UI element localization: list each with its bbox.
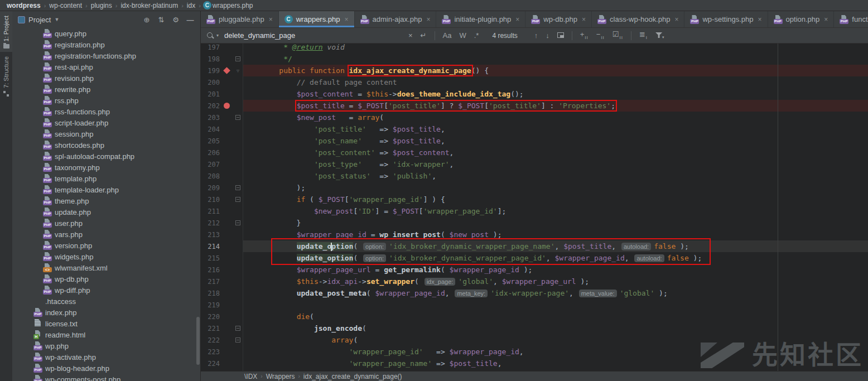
tree-item[interactable]: PHPtemplate-loader.php [12, 184, 201, 195]
code-line[interactable]: 201 $post_content = $this->does_theme_in… [201, 88, 868, 100]
fold-gutter[interactable] [233, 252, 243, 264]
prev-occurrence-icon[interactable]: ↑ [534, 32, 538, 39]
line-number[interactable]: 201 [201, 90, 220, 98]
select-all-occurrences-icon[interactable]: ☑II [613, 31, 623, 40]
open-in-find-window-icon[interactable] [557, 32, 564, 39]
tree-item[interactable]: PHPtemplate.php [12, 173, 201, 184]
code-line[interactable]: 202 $post_title = $_POST['post_title'] ?… [201, 100, 868, 112]
close-tab-icon[interactable]: × [426, 16, 430, 23]
tool-window-button[interactable]: 7: Structure [0, 52, 12, 100]
code-line[interactable]: 205 'post_name' => $post_title, [201, 135, 868, 147]
editor-tab[interactable]: PHPwp-settings.php× [684, 11, 768, 27]
search-input[interactable]: delete_dynamic_page [224, 31, 408, 40]
tree-item[interactable]: PHPwp-comments-post.php [12, 374, 201, 381]
close-tab-icon[interactable]: × [824, 16, 828, 23]
tree-item[interactable]: PHPwp-blog-header.php [12, 363, 201, 374]
tree-item[interactable]: PHPwp-db.php [12, 273, 201, 284]
tree-item[interactable]: PHPrest-api.php [12, 61, 201, 73]
tree-item[interactable]: PHPvars.php [12, 229, 201, 240]
fold-icon[interactable] [235, 197, 240, 202]
tree-item[interactable]: PHPupdate.php [12, 206, 201, 218]
settings-icon[interactable]: ⚙ [170, 16, 181, 24]
breakpoint-gutter[interactable] [220, 103, 233, 109]
fold-gutter[interactable] [233, 322, 243, 334]
collapse-icon[interactable]: ⇅ [156, 16, 167, 24]
line-number[interactable]: 224 [201, 360, 220, 368]
tree-item[interactable]: PHPtheme.php [12, 195, 201, 206]
tree-item[interactable]: PHPsession.php [12, 128, 201, 139]
tree-item[interactable]: PHPwp-activate.php [12, 351, 201, 363]
fold-gutter[interactable] [233, 147, 243, 158]
tree-item[interactable]: PHPspl-autoload-compat.php [12, 151, 201, 162]
code-line[interactable]: 210 if ( $_POST['wrapper_page_id'] ) { [201, 194, 868, 205]
code-line[interactable]: 203 $new_post = array( [201, 112, 868, 123]
editor-tab[interactable]: PHPadmin-ajax.php× [355, 11, 437, 27]
fold-gutter[interactable] [233, 135, 243, 147]
close-tab-icon[interactable]: × [582, 16, 586, 23]
fold-gutter[interactable] [233, 53, 243, 65]
line-number[interactable]: 210 [201, 196, 220, 204]
search-options-caret-icon[interactable]: ▾ [216, 33, 219, 38]
add-occurrence-icon[interactable]: +II [580, 31, 589, 40]
tool-window-button[interactable]: 1: Project [0, 11, 12, 52]
editor-tab[interactable]: Cwrappers.php× [279, 11, 355, 27]
match-case-toggle[interactable]: Aa [443, 32, 452, 39]
fold-gutter[interactable] [233, 88, 243, 100]
tree-item[interactable]: PHPwidgets.php [12, 251, 201, 262]
line-number[interactable]: 199 [201, 67, 220, 75]
line-number[interactable]: 212 [201, 219, 220, 227]
newline-icon[interactable]: ↵ [421, 32, 427, 39]
fold-icon[interactable] [235, 220, 240, 225]
status-breadcrumb-item[interactable]: Wrappers [266, 373, 295, 380]
tree-item[interactable]: PHPregistration.php [12, 39, 201, 50]
fold-gutter[interactable] [233, 276, 243, 287]
breadcrumb-item[interactable]: wp-content [49, 2, 82, 9]
breadcrumb-item[interactable]: idx-broker-platinum [120, 2, 178, 9]
editor-tab[interactable]: PHPpluggable.php× [201, 11, 279, 27]
close-tab-icon[interactable]: × [345, 16, 349, 23]
tree-item[interactable]: PHPrss-functions.php [12, 106, 201, 117]
fold-gutter[interactable] [233, 346, 243, 358]
tree-item[interactable]: <>wlwmanifest.xml [12, 262, 201, 273]
tree-item[interactable]: PHPrss.php [12, 95, 201, 106]
close-tab-icon[interactable]: × [515, 16, 519, 23]
tree-item[interactable]: PHPuser.php [12, 218, 201, 229]
line-number[interactable]: 202 [201, 102, 220, 110]
line-number[interactable]: 211 [201, 208, 220, 215]
fold-arrow-icon[interactable]: ▿ [237, 67, 239, 74]
line-number[interactable]: 213 [201, 231, 220, 239]
fold-icon[interactable] [235, 115, 240, 120]
fold-gutter[interactable]: ▿ [233, 65, 243, 76]
code-line[interactable]: 217 $this->idx_api->set_wrapper( idx_pag… [201, 276, 868, 287]
code-line[interactable]: 204 'post_title' => $post_title, [201, 123, 868, 135]
code-line[interactable]: 220 die( [201, 311, 868, 322]
code-line[interactable]: 207 'post_type' => 'idx-wrapper', [201, 158, 868, 170]
breadcrumb-item[interactable]: plugins [91, 2, 112, 9]
code-editor[interactable]: 197 * @return void198 */199▿ public func… [201, 44, 868, 371]
line-number[interactable]: 223 [201, 348, 220, 356]
line-number[interactable]: 220 [201, 313, 220, 321]
fold-gutter[interactable] [233, 240, 243, 252]
code-line[interactable]: 199▿ public function idx_ajax_create_dyn… [201, 65, 868, 76]
tree-item[interactable]: PHPtaxonomy.php [12, 162, 201, 173]
chevron-down-icon[interactable]: ▼ [54, 17, 59, 22]
tree-item[interactable]: PHPversion.php [12, 240, 201, 251]
code-line[interactable]: 223 'wrapper_page_id' => $wrapper_page_i… [201, 346, 868, 358]
breakpoint-icon[interactable] [224, 103, 230, 109]
fold-gutter[interactable] [233, 217, 243, 229]
code-line[interactable]: 221 json_encode( [201, 322, 868, 334]
tree-item[interactable]: PHPscript-loader.php [12, 117, 201, 128]
code-line[interactable]: 215 update_option( option:'idx_broker_dy… [201, 252, 868, 264]
editor-tab[interactable]: PHPwp-db.php× [525, 11, 592, 27]
editor-tab[interactable]: PHPinitiate-plugin.php× [436, 11, 525, 27]
whole-words-toggle[interactable]: W [459, 32, 466, 39]
fold-gutter[interactable] [233, 334, 243, 346]
fold-gutter[interactable] [233, 158, 243, 170]
fold-gutter[interactable] [233, 44, 243, 53]
fold-gutter[interactable] [233, 299, 243, 311]
fold-gutter[interactable] [233, 112, 243, 123]
editor-tab[interactable]: PHPclass-wp-hook.php× [592, 11, 684, 27]
locate-icon[interactable]: ⊕ [141, 16, 152, 24]
line-number[interactable]: 208 [201, 172, 220, 180]
fold-gutter[interactable] [233, 287, 243, 299]
